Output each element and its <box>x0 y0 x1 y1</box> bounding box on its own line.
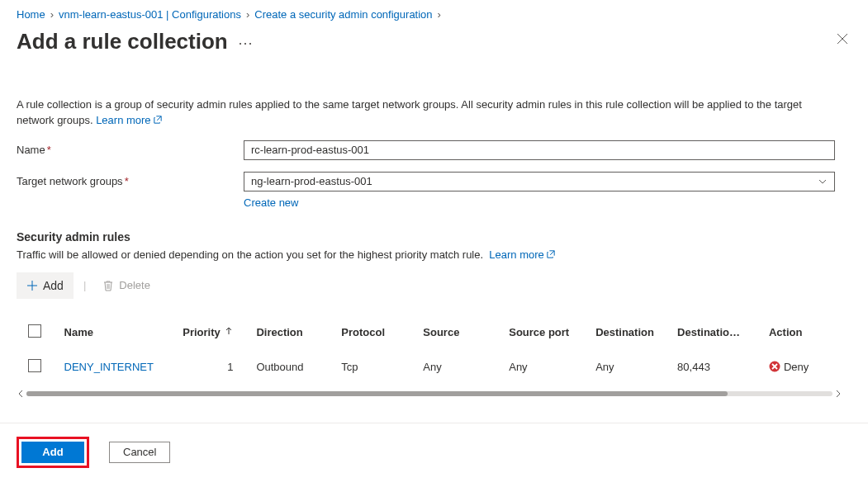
scroll-right-icon[interactable] <box>834 390 842 398</box>
cell-protocol: Tcp <box>341 361 423 373</box>
plus-icon <box>26 280 38 291</box>
scroll-left-icon[interactable] <box>17 390 25 398</box>
row-checkbox[interactable] <box>28 359 41 372</box>
rules-hint: Traffic will be allowed or denied depend… <box>17 248 851 261</box>
highlight-box: Add <box>17 437 89 468</box>
page-title: Add a rule collection <box>17 29 228 54</box>
description: A rule collection is a group of security… <box>17 97 842 129</box>
table-row[interactable]: DENY_INTERNET 1 Outbound Tcp Any Any Any… <box>17 350 842 385</box>
select-all-checkbox[interactable] <box>28 324 41 338</box>
trash-icon <box>102 280 114 291</box>
sort-asc-icon <box>225 327 233 335</box>
column-protocol[interactable]: Protocol <box>341 326 423 338</box>
chevron-down-icon <box>818 177 828 187</box>
toolbar-separator: | <box>83 279 86 291</box>
horizontal-scrollbar[interactable] <box>17 390 842 398</box>
rules-learn-more-link[interactable]: Learn more <box>489 248 555 261</box>
chevron-right-icon: › <box>438 8 441 21</box>
column-destination[interactable]: Destination <box>595 326 677 338</box>
column-source-port[interactable]: Source port <box>509 326 595 338</box>
column-direction[interactable]: Direction <box>256 326 341 338</box>
name-label: Name* <box>17 140 244 156</box>
column-source[interactable]: Source <box>423 326 509 338</box>
column-action[interactable]: Action <box>769 326 842 338</box>
breadcrumb-home[interactable]: Home <box>17 8 45 21</box>
cell-source: Any <box>423 361 509 373</box>
cell-destination: Any <box>595 361 677 373</box>
breadcrumb: Home › vnm-learn-eastus-001 | Configurat… <box>17 8 851 21</box>
chevron-right-icon: › <box>50 8 54 21</box>
rules-heading: Security admin rules <box>17 230 851 244</box>
cell-action: Deny <box>769 361 842 373</box>
cell-direction: Outbound <box>256 361 341 373</box>
toolbar-delete-button: Delete <box>96 274 157 296</box>
target-groups-label: Target network groups* <box>17 172 244 187</box>
toolbar-add-button[interactable]: Add <box>17 272 74 299</box>
deny-icon <box>769 361 780 372</box>
cell-destination-port: 80,443 <box>677 361 769 373</box>
learn-more-link[interactable]: Learn more <box>96 114 162 126</box>
cell-source-port: Any <box>509 361 595 373</box>
more-actions-button[interactable]: ⋯ <box>238 29 254 52</box>
external-link-icon <box>154 116 162 124</box>
breadcrumb-item-1[interactable]: vnm-learn-eastus-001 | Configurations <box>59 8 241 21</box>
chevron-right-icon: › <box>246 8 249 21</box>
column-destination-port[interactable]: Destinatio… <box>677 326 769 338</box>
create-new-link[interactable]: Create new <box>244 196 298 209</box>
rule-name-link[interactable]: DENY_INTERNET <box>64 361 154 373</box>
column-priority[interactable]: Priority <box>174 326 256 338</box>
target-groups-select[interactable]: ng-learn-prod-eastus-001 <box>244 172 835 191</box>
add-button[interactable]: Add <box>21 442 84 463</box>
cancel-button[interactable]: Cancel <box>109 442 170 463</box>
close-icon[interactable] <box>833 30 851 51</box>
column-name[interactable]: Name <box>64 326 175 338</box>
cell-priority: 1 <box>174 361 256 373</box>
name-input[interactable] <box>244 140 835 160</box>
rules-table: Name Priority Direction Protocol Source … <box>17 315 842 398</box>
breadcrumb-item-2[interactable]: Create a security admin configuration <box>254 8 432 21</box>
external-link-icon <box>547 250 555 258</box>
